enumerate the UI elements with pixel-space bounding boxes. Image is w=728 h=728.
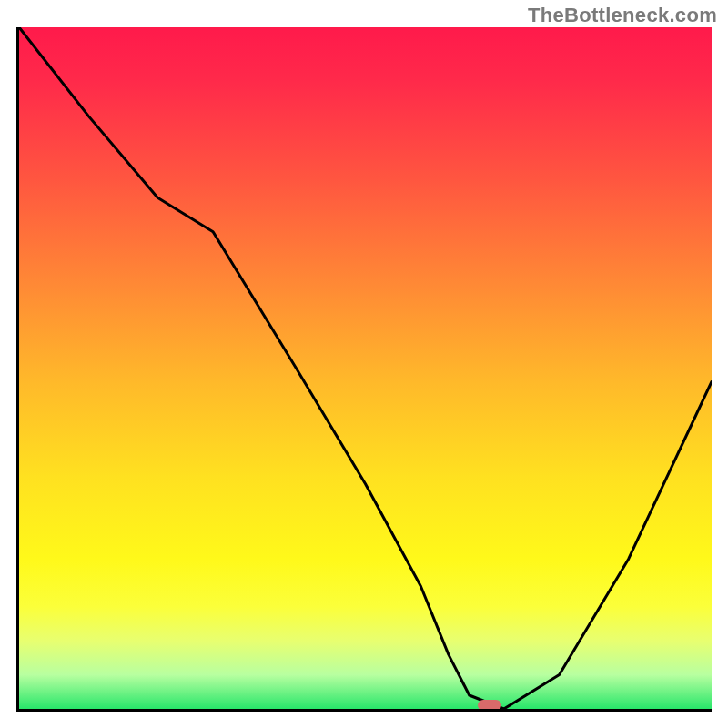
bottleneck-curve — [19, 27, 712, 709]
optimal-point-marker — [478, 700, 501, 709]
plot-area — [19, 27, 712, 709]
chart-container: TheBottleneck.com — [0, 0, 728, 728]
attribution-label: TheBottleneck.com — [528, 4, 717, 27]
